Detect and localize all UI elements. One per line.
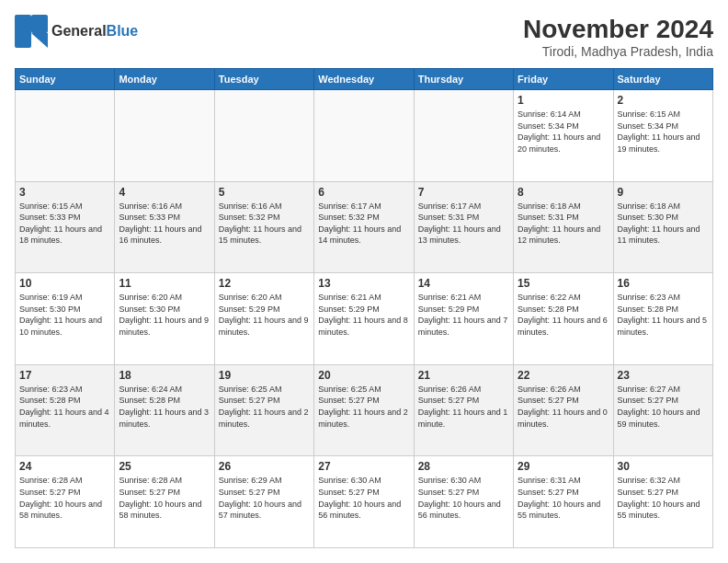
day-info: Sunrise: 6:29 AM Sunset: 5:27 PM Dayligh… xyxy=(219,475,310,521)
day-info: Sunrise: 6:18 AM Sunset: 5:31 PM Dayligh… xyxy=(518,201,609,247)
logo-general: General xyxy=(51,23,107,39)
svg-rect-1 xyxy=(31,15,48,33)
day-info: Sunrise: 6:26 AM Sunset: 5:27 PM Dayligh… xyxy=(518,384,609,430)
weekday-header-thursday: Thursday xyxy=(414,69,513,90)
calendar-cell: 6Sunrise: 6:17 AM Sunset: 5:32 PM Daylig… xyxy=(314,181,414,273)
day-number: 8 xyxy=(518,186,609,199)
calendar-cell: 18Sunrise: 6:24 AM Sunset: 5:28 PM Dayli… xyxy=(115,364,214,456)
calendar-cell: 3Sunrise: 6:15 AM Sunset: 5:33 PM Daylig… xyxy=(16,181,115,273)
calendar-body: 1Sunrise: 6:14 AM Sunset: 5:34 PM Daylig… xyxy=(16,90,713,548)
calendar-cell xyxy=(414,90,513,182)
day-info: Sunrise: 6:21 AM Sunset: 5:29 PM Dayligh… xyxy=(318,292,409,338)
day-number: 20 xyxy=(318,369,409,382)
calendar-cell xyxy=(115,90,214,182)
day-info: Sunrise: 6:32 AM Sunset: 5:27 PM Dayligh… xyxy=(618,475,709,521)
day-number: 3 xyxy=(19,186,110,199)
calendar-cell: 28Sunrise: 6:30 AM Sunset: 5:27 PM Dayli… xyxy=(414,456,513,548)
day-number: 21 xyxy=(418,369,509,382)
day-number: 12 xyxy=(219,277,310,290)
day-info: Sunrise: 6:16 AM Sunset: 5:33 PM Dayligh… xyxy=(119,201,210,247)
calendar-week-row: 17Sunrise: 6:23 AM Sunset: 5:28 PM Dayli… xyxy=(16,364,713,456)
day-info: Sunrise: 6:25 AM Sunset: 5:27 PM Dayligh… xyxy=(219,384,310,430)
day-info: Sunrise: 6:30 AM Sunset: 5:27 PM Dayligh… xyxy=(418,475,509,521)
day-number: 18 xyxy=(119,369,210,382)
day-number: 16 xyxy=(618,277,709,290)
day-number: 29 xyxy=(518,460,609,473)
day-info: Sunrise: 6:28 AM Sunset: 5:27 PM Dayligh… xyxy=(19,475,110,521)
weekday-header-wednesday: Wednesday xyxy=(314,69,414,90)
day-number: 6 xyxy=(318,186,409,199)
calendar-cell: 2Sunrise: 6:15 AM Sunset: 5:34 PM Daylig… xyxy=(613,90,712,182)
calendar-cell: 12Sunrise: 6:20 AM Sunset: 5:29 PM Dayli… xyxy=(214,273,313,365)
day-number: 14 xyxy=(418,277,509,290)
day-number: 4 xyxy=(119,186,210,199)
weekday-header-saturday: Saturday xyxy=(613,69,712,90)
calendar-cell: 21Sunrise: 6:26 AM Sunset: 5:27 PM Dayli… xyxy=(414,364,513,456)
calendar-cell: 24Sunrise: 6:28 AM Sunset: 5:27 PM Dayli… xyxy=(16,456,115,548)
weekday-header-tuesday: Tuesday xyxy=(214,69,313,90)
weekday-header-friday: Friday xyxy=(514,69,613,90)
calendar-cell: 16Sunrise: 6:23 AM Sunset: 5:28 PM Dayli… xyxy=(613,273,712,365)
day-number: 9 xyxy=(618,186,709,199)
day-info: Sunrise: 6:30 AM Sunset: 5:27 PM Dayligh… xyxy=(318,475,409,521)
day-info: Sunrise: 6:17 AM Sunset: 5:31 PM Dayligh… xyxy=(418,201,509,247)
header: GeneralBlue November 2024 Tirodi, Madhya… xyxy=(15,15,713,59)
day-info: Sunrise: 6:27 AM Sunset: 5:27 PM Dayligh… xyxy=(618,384,709,430)
calendar-cell: 7Sunrise: 6:17 AM Sunset: 5:31 PM Daylig… xyxy=(414,181,513,273)
day-number: 10 xyxy=(19,277,110,290)
day-info: Sunrise: 6:14 AM Sunset: 5:34 PM Dayligh… xyxy=(518,109,609,155)
calendar-cell: 23Sunrise: 6:27 AM Sunset: 5:27 PM Dayli… xyxy=(613,364,712,456)
calendar-cell: 4Sunrise: 6:16 AM Sunset: 5:33 PM Daylig… xyxy=(115,181,214,273)
day-number: 28 xyxy=(418,460,509,473)
svg-marker-2 xyxy=(31,33,48,48)
day-number: 2 xyxy=(618,94,709,107)
calendar-cell: 29Sunrise: 6:31 AM Sunset: 5:27 PM Dayli… xyxy=(514,456,613,548)
calendar-week-row: 24Sunrise: 6:28 AM Sunset: 5:27 PM Dayli… xyxy=(16,456,713,548)
day-number: 13 xyxy=(318,277,409,290)
svg-rect-0 xyxy=(15,15,31,48)
day-number: 24 xyxy=(19,460,110,473)
day-info: Sunrise: 6:31 AM Sunset: 5:27 PM Dayligh… xyxy=(518,475,609,521)
calendar-cell: 19Sunrise: 6:25 AM Sunset: 5:27 PM Dayli… xyxy=(214,364,313,456)
weekday-header-row: SundayMondayTuesdayWednesdayThursdayFrid… xyxy=(16,69,713,90)
calendar-cell: 30Sunrise: 6:32 AM Sunset: 5:27 PM Dayli… xyxy=(613,456,712,548)
day-info: Sunrise: 6:19 AM Sunset: 5:30 PM Dayligh… xyxy=(19,292,110,338)
calendar-cell: 25Sunrise: 6:28 AM Sunset: 5:27 PM Dayli… xyxy=(115,456,214,548)
calendar-cell: 17Sunrise: 6:23 AM Sunset: 5:28 PM Dayli… xyxy=(16,364,115,456)
calendar-cell: 14Sunrise: 6:21 AM Sunset: 5:29 PM Dayli… xyxy=(414,273,513,365)
day-info: Sunrise: 6:25 AM Sunset: 5:27 PM Dayligh… xyxy=(318,384,409,430)
calendar-cell xyxy=(314,90,414,182)
day-number: 19 xyxy=(219,369,310,382)
calendar-cell: 15Sunrise: 6:22 AM Sunset: 5:28 PM Dayli… xyxy=(514,273,613,365)
title-section: November 2024 Tirodi, Madhya Pradesh, In… xyxy=(523,15,713,59)
day-info: Sunrise: 6:26 AM Sunset: 5:27 PM Dayligh… xyxy=(418,384,509,430)
day-info: Sunrise: 6:20 AM Sunset: 5:30 PM Dayligh… xyxy=(119,292,210,338)
calendar-cell: 13Sunrise: 6:21 AM Sunset: 5:29 PM Dayli… xyxy=(314,273,414,365)
calendar-table: SundayMondayTuesdayWednesdayThursdayFrid… xyxy=(15,68,713,548)
location: Tirodi, Madhya Pradesh, India xyxy=(523,44,713,59)
day-info: Sunrise: 6:15 AM Sunset: 5:33 PM Dayligh… xyxy=(19,201,110,247)
calendar-cell: 27Sunrise: 6:30 AM Sunset: 5:27 PM Dayli… xyxy=(314,456,414,548)
calendar-cell xyxy=(214,90,313,182)
calendar-cell: 26Sunrise: 6:29 AM Sunset: 5:27 PM Dayli… xyxy=(214,456,313,548)
calendar-cell: 20Sunrise: 6:25 AM Sunset: 5:27 PM Dayli… xyxy=(314,364,414,456)
day-number: 1 xyxy=(518,94,609,107)
day-info: Sunrise: 6:24 AM Sunset: 5:28 PM Dayligh… xyxy=(119,384,210,430)
day-info: Sunrise: 6:18 AM Sunset: 5:30 PM Dayligh… xyxy=(618,201,709,247)
day-info: Sunrise: 6:23 AM Sunset: 5:28 PM Dayligh… xyxy=(19,384,110,430)
day-info: Sunrise: 6:21 AM Sunset: 5:29 PM Dayligh… xyxy=(418,292,509,338)
day-number: 17 xyxy=(19,369,110,382)
calendar-week-row: 3Sunrise: 6:15 AM Sunset: 5:33 PM Daylig… xyxy=(16,181,713,273)
day-info: Sunrise: 6:28 AM Sunset: 5:27 PM Dayligh… xyxy=(119,475,210,521)
weekday-header-monday: Monday xyxy=(115,69,214,90)
calendar-cell: 22Sunrise: 6:26 AM Sunset: 5:27 PM Dayli… xyxy=(514,364,613,456)
logo-blue: Blue xyxy=(107,23,139,39)
calendar-cell: 10Sunrise: 6:19 AM Sunset: 5:30 PM Dayli… xyxy=(16,273,115,365)
day-number: 27 xyxy=(318,460,409,473)
calendar-cell: 5Sunrise: 6:16 AM Sunset: 5:32 PM Daylig… xyxy=(214,181,313,273)
calendar-cell: 1Sunrise: 6:14 AM Sunset: 5:34 PM Daylig… xyxy=(514,90,613,182)
day-info: Sunrise: 6:22 AM Sunset: 5:28 PM Dayligh… xyxy=(518,292,609,338)
logo: GeneralBlue xyxy=(15,15,138,48)
day-info: Sunrise: 6:23 AM Sunset: 5:28 PM Dayligh… xyxy=(618,292,709,338)
day-info: Sunrise: 6:16 AM Sunset: 5:32 PM Dayligh… xyxy=(219,201,310,247)
